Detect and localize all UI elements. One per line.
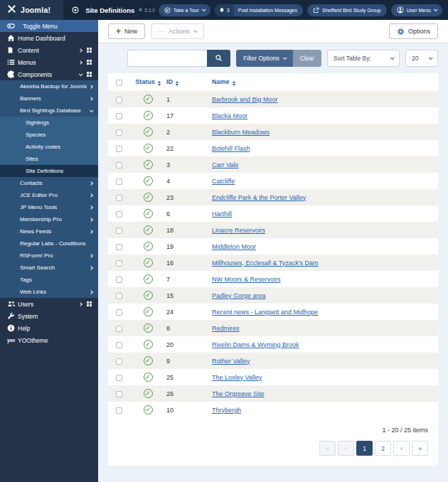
status-published-icon[interactable]: ✓ — [144, 323, 153, 333]
row-name-link[interactable]: Bolehill Flash — [212, 145, 250, 152]
row-name-link[interactable]: Blackburn Meadows — [212, 129, 270, 136]
row-name-link[interactable]: Linacre Reservoirs — [212, 227, 265, 234]
sidebar-item-users[interactable]: Users — [0, 298, 98, 310]
row-checkbox[interactable] — [116, 227, 122, 234]
page-size-select[interactable]: 20 — [405, 50, 438, 67]
row-name-link[interactable]: Millhouses, Ecclesall & Tyzack's Dam — [212, 259, 319, 267]
sidebar-item-contacts[interactable]: Contacts — [0, 177, 98, 189]
row-name-link[interactable]: Padley Gorge area — [212, 292, 266, 299]
pagination-last[interactable]: » — [412, 441, 428, 456]
search-input[interactable] — [127, 50, 207, 67]
topbar-pill-user-menu[interactable]: User Menu — [391, 4, 442, 16]
filter-options-button[interactable]: Filter Options — [236, 50, 293, 67]
row-checkbox[interactable] — [116, 113, 122, 119]
sidebar-item-news-feeds[interactable]: News Feeds — [0, 225, 98, 237]
row-name-link[interactable]: NW Moors & Reservoirs — [212, 276, 281, 283]
row-checkbox[interactable] — [116, 342, 122, 348]
row-name-link[interactable]: Rother Valley — [212, 358, 250, 365]
clear-button[interactable]: Clear — [293, 50, 321, 67]
sidebar-item-site-definitions[interactable]: Site Definitions — [0, 165, 98, 177]
row-name-link[interactable]: The Loxley Valley — [212, 374, 262, 381]
row-name-link[interactable]: Middleton Moor — [212, 243, 256, 250]
status-published-icon[interactable]: ✓ — [144, 307, 153, 316]
options-button[interactable]: Options — [389, 23, 438, 39]
dashboard-grid-icon[interactable] — [87, 72, 89, 74]
row-checkbox[interactable] — [116, 260, 122, 267]
status-published-icon[interactable]: ✓ — [144, 160, 153, 169]
row-checkbox[interactable] — [116, 146, 122, 152]
row-checkbox[interactable] — [116, 178, 122, 185]
status-published-icon[interactable]: ✓ — [144, 111, 153, 120]
sidebar-item-home-dashboard[interactable]: Home Dashboard — [0, 32, 98, 44]
sidebar-item-rsform-pro[interactable]: RSForm! Pro — [0, 250, 98, 262]
status-published-icon[interactable]: ✓ — [144, 127, 153, 136]
sort-table-select[interactable]: Sort Table By: — [327, 50, 400, 67]
status-published-icon[interactable]: ✓ — [144, 144, 153, 153]
sidebar-item-jce-editor-pro[interactable]: JCE Editor Pro — [0, 189, 98, 201]
row-name-link[interactable]: Endcliffe Park & the Porter Valley — [212, 194, 306, 201]
row-checkbox[interactable] — [116, 358, 122, 365]
sidebar-item-tags[interactable]: Tags — [0, 274, 98, 286]
status-published-icon[interactable]: ✓ — [144, 209, 153, 218]
status-published-icon[interactable]: ✓ — [144, 176, 153, 186]
sidebar-item-species[interactable]: Species — [0, 129, 98, 141]
pagination-page-1[interactable]: 1 — [356, 441, 373, 456]
row-name-link[interactable]: Redmires — [212, 325, 240, 332]
sidebar-item-activity-codes[interactable]: Activity codes — [0, 141, 98, 153]
select-all-checkbox[interactable] — [116, 80, 122, 86]
sidebar-item-components[interactable]: Components — [0, 68, 98, 80]
sidebar-item-system[interactable]: System — [0, 310, 98, 322]
sidebar-item-help[interactable]: Help — [0, 322, 98, 334]
status-published-icon[interactable]: ✓ — [144, 291, 153, 300]
row-name-link[interactable]: Harthill — [212, 210, 232, 218]
row-checkbox[interactable] — [116, 277, 122, 283]
topbar-pill-take-a-tour[interactable]: Take a Tour — [159, 4, 210, 16]
sidebar-item-banners[interactable]: Banners — [0, 92, 98, 105]
topbar-pill-post-installation-messages[interactable]: 3Post Installation Messages — [215, 4, 303, 16]
sidebar-item-bird-sightings-database[interactable]: Bird Sightings Database — [0, 105, 98, 117]
row-name-link[interactable]: Catcliffe — [212, 178, 235, 185]
status-published-icon[interactable]: ✓ — [144, 95, 153, 104]
column-header-name[interactable]: Name — [212, 73, 438, 91]
status-published-icon[interactable]: ✓ — [144, 373, 153, 382]
pagination-page-2[interactable]: 2 — [375, 441, 391, 456]
status-published-icon[interactable]: ✓ — [144, 340, 153, 349]
pagination-next[interactable]: › — [393, 441, 410, 456]
sidebar-item-akeeba-backup-for-joomla[interactable]: Akeeba Backup for Joomla!™ — [0, 80, 98, 92]
actions-button[interactable]: ··· Actions — [151, 23, 204, 39]
status-published-icon[interactable]: ✓ — [144, 242, 153, 251]
row-checkbox[interactable] — [116, 375, 122, 381]
row-name-link[interactable]: The Orgreave Site — [212, 390, 265, 397]
sidebar-item-jp-menu-tools[interactable]: JP Menu Tools — [0, 201, 98, 213]
row-name-link[interactable]: Blacka Moor — [212, 112, 247, 119]
dashboard-grid-icon[interactable] — [87, 301, 89, 304]
joomla-logo[interactable]: Joomla! — [0, 0, 63, 20]
dashboard-grid-icon[interactable] — [87, 60, 89, 62]
sidebar-item-web-links[interactable]: Web Links — [0, 286, 98, 298]
status-published-icon[interactable]: ✓ — [144, 356, 153, 365]
row-name-link[interactable]: Recent news - Langsett and Midhope — [212, 309, 318, 316]
column-header-id[interactable]: ID — [166, 73, 212, 91]
status-published-icon[interactable]: ✓ — [144, 258, 153, 267]
row-checkbox[interactable] — [116, 391, 122, 397]
row-checkbox[interactable] — [116, 195, 122, 201]
sidebar-item-membership-pro[interactable]: Membership Pro — [0, 213, 98, 225]
search-button[interactable] — [207, 50, 230, 67]
toggle-menu-button[interactable]: Toggle Menu — [0, 20, 98, 32]
row-checkbox[interactable] — [116, 129, 122, 136]
sidebar-item-smart-search[interactable]: Smart Search — [0, 262, 98, 274]
new-button[interactable]: + New — [108, 23, 145, 39]
row-name-link[interactable]: Carr Vale — [212, 161, 238, 168]
row-checkbox[interactable] — [116, 407, 122, 414]
sidebar-item-yootheme[interactable]: yooYOOtheme — [0, 334, 98, 346]
status-published-icon[interactable]: ✓ — [144, 193, 153, 202]
row-name-link[interactable]: Barbrook and Big Moor — [212, 96, 278, 103]
row-checkbox[interactable] — [116, 244, 122, 250]
row-checkbox[interactable] — [116, 162, 122, 168]
topbar-pill-sheffield-bird-study-group[interactable]: Sheffield Bird Study Group — [307, 4, 387, 16]
sidebar-item-sites[interactable]: Sites — [0, 153, 98, 165]
status-published-icon[interactable]: ✓ — [144, 274, 153, 284]
row-checkbox[interactable] — [116, 309, 122, 316]
row-name-link[interactable]: Thrybergh — [212, 407, 241, 414]
row-checkbox[interactable] — [116, 326, 122, 332]
